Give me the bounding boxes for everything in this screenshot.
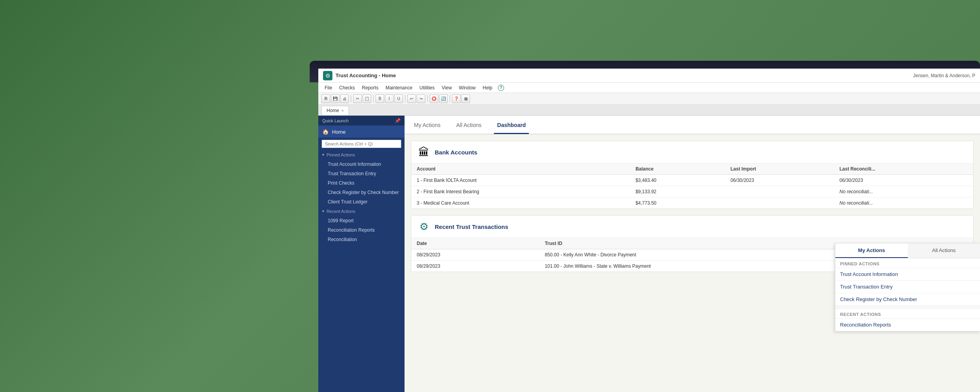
cell-last-recon: No reconciliati...	[834, 198, 974, 209]
menu-file[interactable]: File	[321, 84, 335, 91]
menu-view[interactable]: View	[439, 84, 455, 91]
toolbar-cut[interactable]: ✂	[353, 94, 362, 103]
col-date: Date	[411, 238, 539, 249]
toolbar-sep-2	[373, 95, 374, 102]
firm-name: Jensen, Martin & Anderson, P	[913, 73, 975, 78]
col-last-import: Last Import	[725, 163, 834, 175]
toolbar-copy[interactable]: 📋	[363, 94, 371, 103]
menu-checks[interactable]: Checks	[336, 84, 358, 91]
table-row[interactable]: 2 - First Bank Interest Bearing$9,133.92…	[411, 186, 973, 198]
pin-icon[interactable]: 📌	[395, 118, 401, 123]
cell-balance: $3,483.40	[630, 175, 725, 186]
chevron-down-icon: ▼	[321, 153, 325, 157]
col-last-recon: Last Reconcili...	[834, 163, 974, 175]
menu-maintenance[interactable]: Maintenance	[382, 84, 416, 91]
transactions-settings-icon: ⚙	[419, 221, 428, 233]
toolbar-print[interactable]: 🖨	[340, 94, 349, 103]
menu-bar: File Checks Reports Maintenance Utilitie…	[318, 83, 980, 93]
table-row[interactable]: 1 - First Bank IOLTA Account$3,483.4006/…	[411, 175, 973, 186]
cell-last-import	[725, 198, 834, 209]
toolbar-refresh[interactable]: 🔄	[439, 94, 448, 103]
app-title: Trust Accounting - Home	[336, 73, 396, 78]
overlay-tab-all-actions[interactable]: All Actions	[908, 243, 980, 258]
col-balance: Balance	[630, 163, 725, 175]
tab-dashboard[interactable]: Dashboard	[494, 116, 529, 134]
cell-date: 08/29/2023	[411, 249, 539, 261]
sidebar-item-reconciliation[interactable]: Reconciliation	[318, 235, 405, 244]
cell-balance: $4,773.50	[630, 198, 725, 209]
recent-transactions-header: ⚙ Recent Trust Transactions	[411, 216, 973, 238]
overlay-item-reconciliation-reports[interactable]: Reconciliation Reports	[835, 319, 980, 331]
toolbar-redo[interactable]: ↪	[417, 94, 425, 103]
cell-account: 3 - Medical Care Account	[411, 198, 630, 209]
toolbar-undo[interactable]: ↩	[407, 94, 416, 103]
sidebar-item-client-trust-ledger[interactable]: Client Trust Ledger	[318, 197, 405, 207]
title-bar: ⚙ Trust Accounting - Home Jensen, Martin…	[318, 69, 980, 83]
toolbar-sep-4	[427, 95, 428, 102]
actions-tabs: My Actions All Actions Dashboard	[405, 116, 980, 134]
toolbar-italic[interactable]: I	[385, 94, 394, 103]
toolbar-sep-1	[351, 95, 351, 102]
cell-last-import	[725, 186, 834, 198]
col-account: Account	[411, 163, 630, 175]
cell-account: 1 - First Bank IOLTA Account	[411, 175, 630, 186]
overlay-item-trust-account-info[interactable]: Trust Account Information	[835, 268, 980, 281]
menu-utilities[interactable]: Utilities	[416, 84, 438, 91]
home-icon: 🏠	[322, 129, 329, 135]
sidebar-item-trust-transaction-entry[interactable]: Trust Transaction Entry	[318, 169, 405, 178]
app-window: ⚙ Trust Accounting - Home Jensen, Martin…	[318, 69, 980, 392]
overlay-item-check-register[interactable]: Check Register by Check Number	[835, 293, 980, 306]
sidebar-item-print-checks[interactable]: Print Checks	[318, 178, 405, 188]
bank-accounts-icon: 🏛	[417, 145, 431, 159]
sidebar: Quick Launch 📌 🏠 Home ▼ Pinned Actions T…	[318, 116, 405, 392]
bank-accounts-table: Account Balance Last Import Last Reconci…	[411, 163, 973, 209]
sidebar-item-1099-report[interactable]: 1099 Report	[318, 216, 405, 225]
overlay-tabs: My Actions All Actions	[835, 243, 980, 258]
toolbar-bold[interactable]: B	[376, 94, 384, 103]
recent-actions-header[interactable]: ▼ Recent Actions	[318, 207, 405, 216]
quick-launch-label: Quick Launch	[322, 118, 348, 123]
pinned-actions-header[interactable]: ▼ Pinned Actions	[318, 150, 405, 160]
bank-accounts-title: Bank Accounts	[435, 149, 477, 156]
overlay-item-trust-transaction-entry[interactable]: Trust Transaction Entry	[835, 281, 980, 293]
app-icon-symbol: ⚙	[325, 73, 330, 79]
sidebar-home-item[interactable]: 🏠 Home	[318, 126, 405, 138]
transactions-icon-container: ⚙	[417, 220, 431, 234]
bank-accounts-card: 🏛 Bank Accounts Account Balance Last Imp…	[411, 141, 974, 209]
bank-building-icon: 🏛	[418, 146, 429, 159]
sidebar-header: Quick Launch 📌	[318, 116, 405, 126]
toolbar-new[interactable]: 🖹	[321, 94, 330, 103]
main-area: Quick Launch 📌 🏠 Home ▼ Pinned Actions T…	[318, 116, 980, 392]
sidebar-item-trust-account-info[interactable]: Trust Account Information	[318, 160, 405, 169]
tab-close-icon[interactable]: ×	[341, 109, 344, 113]
toolbar-help2[interactable]: ❓	[452, 94, 461, 103]
toolbar: 🖹 💾 🖨 ✂ 📋 B I U ↩ ↪ ⭕ 🔄 ❓ ▦	[318, 93, 980, 105]
cell-last-recon: 06/30/2023	[834, 175, 974, 186]
menu-help[interactable]: Help	[479, 84, 495, 91]
tab-all-actions[interactable]: All Actions	[453, 116, 485, 134]
tab-bar: Home ×	[318, 105, 980, 116]
bank-accounts-header: 🏛 Bank Accounts	[411, 141, 973, 163]
tab-home[interactable]: Home ×	[321, 106, 349, 115]
toolbar-sep-3	[405, 95, 405, 102]
menu-reports[interactable]: Reports	[359, 84, 381, 91]
cell-account: 2 - First Bank Interest Bearing	[411, 186, 630, 198]
actions-overlay: My Actions All Actions Pinned Actions Tr…	[835, 243, 980, 332]
toolbar-save[interactable]: 💾	[331, 94, 339, 103]
cell-last-import: 06/30/2023	[725, 175, 834, 186]
toolbar-grid[interactable]: ▦	[461, 94, 470, 103]
table-row[interactable]: 3 - Medical Care Account$4,773.50No reco…	[411, 198, 973, 209]
menu-window[interactable]: Window	[456, 84, 479, 91]
overlay-tab-my-actions[interactable]: My Actions	[835, 243, 908, 258]
tab-my-actions[interactable]: My Actions	[411, 116, 444, 134]
overlay-section-gap	[835, 306, 980, 309]
recent-transactions-title: Recent Trust Transactions	[435, 223, 508, 230]
help-icon[interactable]: ?	[498, 85, 504, 91]
toolbar-sep-5	[450, 95, 450, 102]
sidebar-item-check-register[interactable]: Check Register by Check Number	[318, 188, 405, 197]
search-input[interactable]	[321, 140, 401, 148]
sidebar-item-reconciliation-reports[interactable]: Reconciliation Reports	[318, 225, 405, 235]
search-box-container	[318, 138, 405, 150]
toolbar-underline[interactable]: U	[394, 94, 403, 103]
toolbar-circle[interactable]: ⭕	[430, 94, 438, 103]
